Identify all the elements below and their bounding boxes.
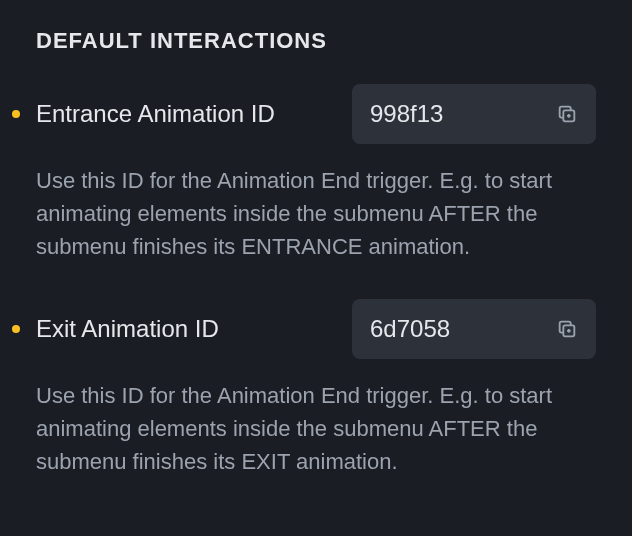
exit-animation-label: Exit Animation ID [36,315,352,343]
entrance-animation-value-container: 998f13 [352,84,596,144]
exit-animation-value-container: 6d7058 [352,299,596,359]
entrance-animation-description: Use this ID for the Animation End trigge… [36,164,596,263]
entrance-animation-label: Entrance Animation ID [36,100,352,128]
section-title: DEFAULT INTERACTIONS [36,28,596,54]
copy-icon[interactable] [556,103,578,125]
exit-animation-field-row: Exit Animation ID 6d7058 [12,299,596,359]
exit-animation-value: 6d7058 [370,315,450,343]
entrance-animation-value: 998f13 [370,100,443,128]
bullet-indicator [12,110,20,118]
entrance-animation-field-row: Entrance Animation ID 998f13 [12,84,596,144]
copy-icon[interactable] [556,318,578,340]
default-interactions-panel: DEFAULT INTERACTIONS Entrance Animation … [0,0,632,536]
bullet-indicator [12,325,20,333]
exit-animation-description: Use this ID for the Animation End trigge… [36,379,596,478]
